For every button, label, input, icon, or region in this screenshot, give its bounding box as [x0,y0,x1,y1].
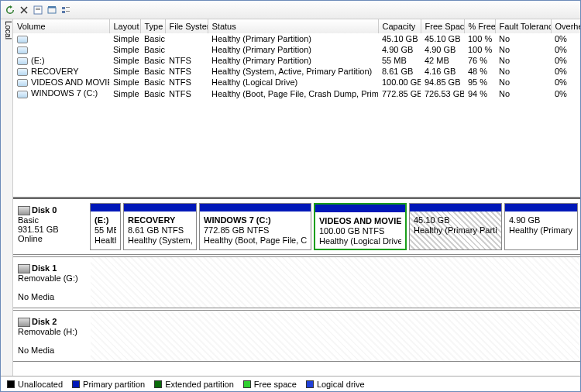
disk-label[interactable]: Disk 1Removable (G:)No Media [13,257,91,308]
close-icon[interactable] [18,4,30,16]
cell: 772.85 GB [378,88,421,98]
col-header[interactable]: Overhead [551,19,580,33]
cell: Basic [140,88,165,98]
partition[interactable]: RECOVERY8.61 GB NTFSHealthy (System, Act… [123,203,197,250]
volume-row[interactable]: SimpleBasicHealthy (Primary Partition)4.… [13,44,580,55]
legend-item: Free space [243,380,297,389]
cell: 100.00 GB [378,77,421,88]
legend-label: Unallocated [18,380,63,389]
list-icon[interactable] [60,4,72,16]
partition[interactable]: (E:)55 MB NHealthy [90,203,121,250]
partition-bar [410,204,501,211]
cell: NTFS [165,88,208,98]
legend: UnallocatedPrimary partitionExtended par… [1,376,580,391]
cell: 8.61 GB [378,66,421,77]
cell: 4.16 GB [421,66,464,77]
disk-icon [18,206,30,215]
partition-text: RECOVERY8.61 GB NTFSHealthy (System, Act… [128,215,192,246]
partition[interactable]: VIDEOS AND MOVIES (D:)100.00 GB NTFSHeal… [314,203,407,250]
disk-label[interactable]: Disk 0Basic931.51 GBOnline [13,199,88,254]
volume-row[interactable]: RECOVERYSimpleBasicNTFSHealthy (System, … [13,66,580,77]
cell: 48 % [464,66,495,77]
cell: Simple [109,44,140,55]
partition-bar [200,204,311,211]
legend-swatch [243,380,251,388]
col-header[interactable]: File System [165,19,208,33]
legend-label: Logical drive [317,380,365,389]
cell: (E:) [13,55,109,66]
volume-icon [17,91,28,98]
volume-icon [17,57,28,65]
volume-row[interactable]: SimpleBasicHealthy (Primary Partition)45… [13,33,580,44]
cell: VIDEOS AND MOVIES (D:) [13,77,109,88]
legend-item: Unallocated [7,380,63,389]
cell [13,44,109,55]
disk-row: Disk 1Removable (G:)No Media [13,256,580,308]
partition[interactable]: 4.90 GBHealthy (Primary Part [504,203,578,250]
col-header[interactable]: Volume [13,19,109,33]
cell: Simple [109,55,140,66]
volume-grid: VolumeLayoutTypeFile SystemStatusCapacit… [13,19,580,198]
svg-rect-4 [48,6,56,8]
cell: 45.10 GB [421,33,464,44]
disk-row: Disk 0Basic931.51 GBOnline(E:)55 MB NHea… [13,198,580,255]
cell: 94 % [464,88,495,98]
disk-icon [18,264,30,273]
partition[interactable]: 45.10 GBHealthy (Primary Partition) [409,203,502,250]
cell: Healthy (Primary Partition) [208,55,378,66]
col-header[interactable]: Type [140,19,165,33]
col-header[interactable]: % Free [464,19,495,33]
disk-label[interactable]: Disk 2Removable (H:)No Media [13,311,91,361]
cell: Basic [140,55,165,66]
cell [13,33,109,44]
cell: 0% [551,77,580,88]
legend-swatch [306,380,314,388]
properties-icon[interactable] [32,4,44,16]
legend-label: Extended partition [165,380,234,389]
legend-swatch [154,380,162,388]
legend-label: Primary partition [83,380,145,389]
partition-bar [91,204,120,211]
partition[interactable]: WINDOWS 7 (C:)772.85 GB NTFSHealthy (Boo… [199,203,311,250]
cell: 0% [551,88,580,98]
cell: 100 % [464,33,495,44]
volume-icon [17,68,28,76]
cell: No [495,33,551,44]
cell: Healthy (Logical Drive) [208,77,378,88]
legend-item: Primary partition [72,380,145,389]
cell: Healthy (Boot, Page File, Crash Dump, Pr… [208,88,378,98]
cell: Healthy (Primary Partition) [208,44,378,55]
left-tab[interactable]: Local [1,19,13,376]
col-header[interactable]: Free Space [421,19,464,33]
cell: Simple [109,77,140,88]
cell: No [495,55,551,66]
cell: No [495,77,551,88]
svg-rect-7 [62,11,65,13]
col-header[interactable]: Layout [109,19,140,33]
cell: No [495,44,551,55]
cell: Simple [109,33,140,44]
cell: 42 MB [421,55,464,66]
svg-rect-3 [48,8,56,13]
view-icon[interactable] [46,4,58,16]
cell: 4.90 GB [378,44,421,55]
partition-text: WINDOWS 7 (C:)772.85 GB NTFSHealthy (Boo… [204,215,307,246]
legend-label: Free space [254,380,297,389]
cell: RECOVERY [13,66,109,77]
volume-row[interactable]: VIDEOS AND MOVIES (D:)SimpleBasicNTFSHea… [13,77,580,88]
volume-row[interactable]: WINDOWS 7 (C:)SimpleBasicNTFSHealthy (Bo… [13,88,580,98]
disk-map: Disk 0Basic931.51 GBOnline(E:)55 MB NHea… [13,198,580,376]
cell: No [495,66,551,77]
col-header[interactable]: Status [208,19,378,33]
col-header[interactable]: Fault Tolerance [495,19,551,33]
partition-bar [124,204,196,211]
svg-rect-8 [66,11,70,12]
cell: Simple [109,88,140,98]
col-header[interactable]: Capacity [378,19,421,33]
volume-row[interactable]: (E:)SimpleBasicNTFSHealthy (Primary Part… [13,55,580,66]
volume-icon [17,36,28,43]
refresh-icon[interactable] [4,4,16,16]
svg-rect-1 [36,8,40,9]
partition-bar [505,204,577,211]
legend-swatch [72,380,80,388]
